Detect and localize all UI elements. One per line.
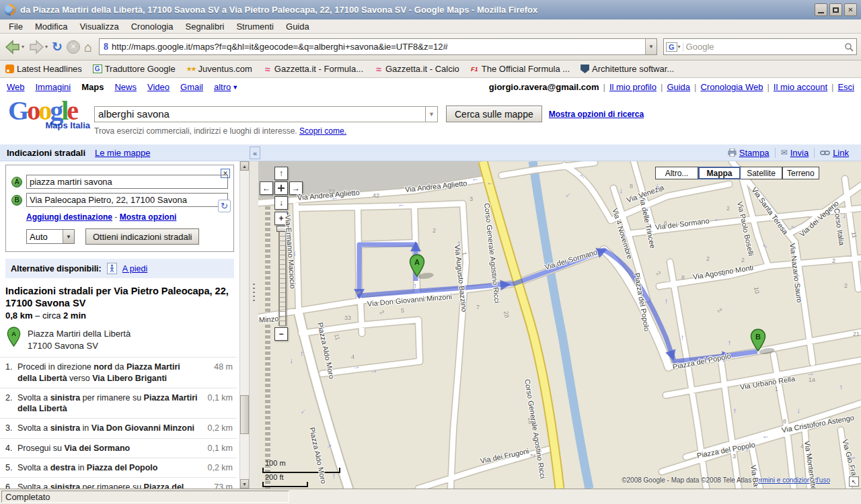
add-destination-link[interactable]: Aggiungi destinazione bbox=[26, 212, 112, 222]
forward-button[interactable]: ▾ bbox=[28, 39, 48, 55]
account-link[interactable]: Cronologia Web bbox=[690, 82, 763, 92]
direction-step[interactable]: 3. Svolta a sinistra in Via Don Giovanni… bbox=[0, 418, 237, 437]
browser-search-input[interactable] bbox=[683, 42, 844, 52]
search-history-caret-icon[interactable]: ▼ bbox=[425, 106, 438, 122]
altro-caret-icon[interactable]: ▼ bbox=[232, 84, 238, 91]
stop-button[interactable]: ✕ bbox=[66, 40, 81, 54]
panel-scrollbar[interactable]: ▲ ▼ bbox=[239, 161, 249, 489]
link-button[interactable]: Link bbox=[814, 148, 854, 158]
origin-input[interactable] bbox=[26, 175, 228, 189]
google-service-link[interactable]: Web bbox=[7, 82, 25, 92]
get-directions-button[interactable]: Ottieni indicazioni stradali bbox=[85, 228, 199, 245]
reload-button[interactable]: ↻ bbox=[51, 40, 63, 54]
menu-item[interactable]: File bbox=[3, 20, 29, 33]
pan-up-button[interactable]: ↑ bbox=[274, 167, 288, 180]
print-label[interactable]: Stampa bbox=[739, 148, 770, 158]
maximize-button[interactable] bbox=[829, 3, 842, 16]
direction-step[interactable]: 6. Svolta a sinistra per rimanere su Pia… bbox=[0, 477, 237, 489]
url-input[interactable] bbox=[112, 42, 645, 52]
marker-b-pin[interactable]: B bbox=[750, 329, 766, 351]
map-float: 33 bbox=[344, 314, 351, 321]
show-search-options-link[interactable]: Mostra opzioni di ricerca bbox=[549, 110, 644, 119]
send-button[interactable]: ✉ Invia bbox=[775, 148, 815, 158]
show-options-link[interactable]: Mostra opzioni bbox=[120, 212, 177, 222]
collapse-panel-button[interactable]: « bbox=[250, 146, 260, 159]
back-history-caret-icon[interactable]: ▾ bbox=[22, 44, 24, 50]
my-maps-link[interactable]: Le mie mappe bbox=[95, 148, 150, 158]
travel-mode-select[interactable]: Auto ▼ bbox=[26, 229, 75, 244]
directions-form: ✕ A B ↻ Aggiungi destinazione - Mostra o… bbox=[5, 165, 234, 252]
google-maps-logo[interactable]: Google Maps Italia bbox=[8, 97, 94, 130]
direction-step[interactable]: 1. Procedi in direzione nord da Piazza M… bbox=[0, 357, 237, 388]
direction-step[interactable]: 2. Svolta a sinistra per rimanere su Pia… bbox=[0, 388, 237, 419]
bookmark-item[interactable]: Traduttore Google bbox=[93, 64, 176, 74]
map-float: 2 bbox=[529, 454, 536, 458]
direction-step[interactable]: 5. Svolta a destra in Piazza del Popolo … bbox=[0, 458, 237, 477]
url-dropdown-caret-icon[interactable]: ▼ bbox=[645, 39, 657, 54]
bookmark-item[interactable]: Gazzetta.it - Calcio bbox=[374, 64, 459, 74]
google-service-link[interactable]: Immagini bbox=[36, 82, 71, 92]
minimize-button[interactable] bbox=[815, 3, 827, 16]
scrollbar-thumb[interactable] bbox=[240, 395, 249, 434]
menu-item[interactable]: Strumenti bbox=[230, 20, 280, 33]
map-float: Minzo bbox=[259, 314, 279, 324]
forward-history-caret-icon[interactable]: ▾ bbox=[45, 44, 48, 50]
account-link[interactable]: Esci bbox=[827, 82, 854, 92]
maps-search-input[interactable] bbox=[94, 106, 425, 122]
menu-item[interactable]: Visualizza bbox=[73, 20, 124, 33]
account-link[interactable]: Guida bbox=[657, 82, 690, 92]
close-button[interactable]: ✕ bbox=[844, 3, 857, 16]
bookmark-item[interactable]: The Official Formula ... bbox=[470, 64, 570, 74]
menu-item[interactable]: Cronologia bbox=[125, 20, 180, 33]
scroll-down-icon[interactable]: ▼ bbox=[240, 479, 249, 489]
map-float: 3 bbox=[470, 196, 473, 202]
google-service-link[interactable]: Maps bbox=[81, 82, 104, 92]
account-link[interactable]: Il mio account bbox=[763, 82, 827, 92]
browser-search-box[interactable]: G ▾ bbox=[663, 38, 857, 55]
direction-step[interactable]: 4. Prosegui su Via dei Sormano 0,1 km bbox=[0, 438, 237, 458]
step-text: Svolta a sinistra per rimanere su Piazza… bbox=[17, 392, 203, 415]
scopri-come-link[interactable]: Scopri come. bbox=[299, 126, 346, 136]
map-canvas[interactable]: ↑ ← → ↓ + − Altro...MappaSatelliteTerren… bbox=[258, 161, 861, 489]
google-service-link[interactable]: altro bbox=[214, 82, 231, 92]
close-directions-icon[interactable]: ✕ bbox=[221, 169, 230, 178]
pan-left-button[interactable]: ← bbox=[260, 181, 273, 195]
home-button[interactable]: ⌂ bbox=[83, 40, 93, 54]
url-bar[interactable]: 8 ▼ bbox=[99, 38, 657, 55]
menu-item[interactable]: Segnalibri bbox=[180, 20, 231, 33]
bookmark-item[interactable]: Latest Headlines bbox=[5, 64, 82, 74]
map-type-button[interactable]: Satellite bbox=[741, 167, 782, 179]
destination-input[interactable] bbox=[26, 193, 228, 207]
search-icon[interactable] bbox=[844, 42, 854, 52]
walking-directions-link[interactable]: A piedi bbox=[122, 264, 148, 274]
splitter-handle-icon bbox=[253, 284, 255, 301]
menu-item[interactable]: Guida bbox=[280, 20, 315, 33]
marker-a-pin[interactable]: A bbox=[409, 254, 425, 277]
link-label[interactable]: Link bbox=[833, 148, 849, 158]
google-service-link[interactable]: Video bbox=[147, 82, 170, 92]
map-type-button[interactable]: Altro... bbox=[655, 167, 698, 179]
send-label[interactable]: Invia bbox=[790, 148, 809, 158]
panel-splitter[interactable] bbox=[249, 161, 258, 489]
pan-center-button[interactable] bbox=[274, 181, 288, 195]
bookmark-item[interactable]: Gazzetta.it - Formula... bbox=[263, 64, 363, 74]
zoom-out-button[interactable]: − bbox=[274, 327, 288, 341]
menu-item[interactable]: Modifica bbox=[29, 20, 73, 33]
map-type-button[interactable]: Terreno bbox=[782, 167, 819, 179]
step-distance: 73 m bbox=[203, 482, 235, 489]
google-service-link[interactable]: News bbox=[114, 82, 137, 92]
directions-summary: 0,8 km – circa 2 min bbox=[5, 310, 234, 321]
search-engine-selector[interactable]: G ▾ bbox=[664, 42, 683, 52]
search-maps-button[interactable]: Cerca sulle mappe bbox=[446, 106, 542, 122]
back-button[interactable]: ▾ bbox=[4, 39, 25, 55]
overview-corner-icon[interactable]: ↖ bbox=[849, 476, 859, 487]
bookmark-item[interactable]: Architetture softwar... bbox=[581, 64, 674, 74]
map-type-button[interactable]: Mappa bbox=[698, 167, 741, 179]
print-button[interactable]: Stampa bbox=[722, 148, 775, 158]
account-link[interactable]: Il mio profilo bbox=[599, 82, 657, 92]
swap-waypoints-icon[interactable]: ↻ bbox=[218, 200, 231, 212]
scroll-up-icon[interactable]: ▲ bbox=[240, 161, 249, 171]
bookmark-item[interactable]: Juventus.com bbox=[186, 64, 252, 74]
terms-link[interactable]: Termini e condizioni d'uso bbox=[753, 476, 830, 484]
google-service-link[interactable]: Gmail bbox=[180, 82, 203, 92]
